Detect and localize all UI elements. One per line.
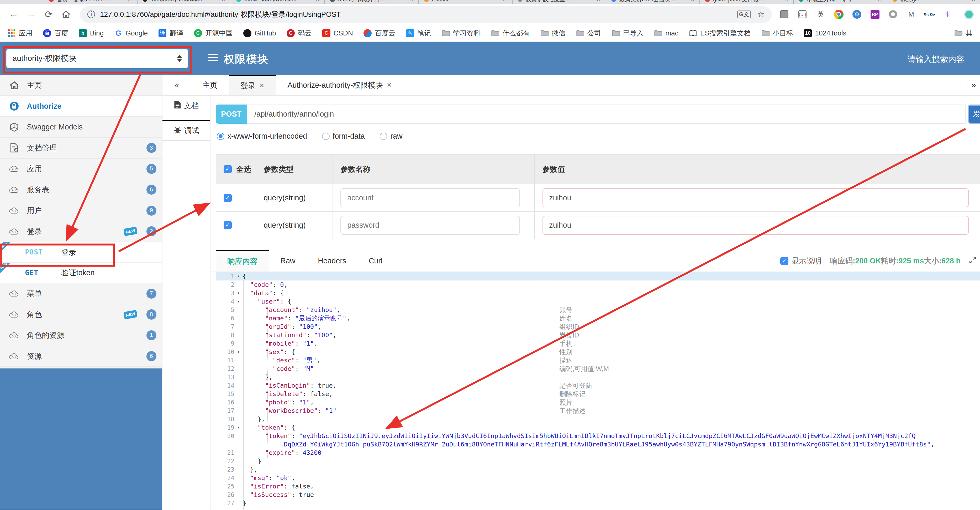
chrome-extension-icon[interactable] <box>832 8 845 21</box>
chevron-m-extension-icon[interactable]: M <box>905 8 918 21</box>
tab-close-icon[interactable]: ✕ <box>315 0 320 2</box>
bookmark-item[interactable]: 应用 <box>8 29 33 38</box>
api-group-select[interactable]: authority-权限模块 <box>6 49 188 68</box>
sidebar-item-Authorize[interactable]: Authorize <box>0 96 162 117</box>
response-tab-Raw[interactable]: Raw <box>269 250 307 271</box>
sidebar-item-菜单[interactable]: API菜单7 <box>0 284 162 304</box>
sidebar-item-服务表[interactable]: API服务表6 <box>0 179 162 200</box>
tab-close-icon[interactable]: ✕ <box>784 0 788 2</box>
param-value-input[interactable]: zuihou <box>542 216 969 234</box>
subnav-文档[interactable]: 文档 <box>162 96 210 116</box>
sidebar-item-Swagger Models[interactable]: Swagger Models <box>0 117 162 138</box>
response-tab-Curl[interactable]: Curl <box>358 250 394 271</box>
browser-tab[interactable]: Temporary Interact...✕ <box>137 0 231 4</box>
fold-caret-icon[interactable]: ▾ <box>234 289 242 297</box>
tab-close-icon[interactable]: ✕ <box>409 0 413 2</box>
bookmark-item[interactable]: 小目标 <box>761 29 793 38</box>
tab-close-icon[interactable]: ✕ <box>690 0 694 2</box>
sidebar-item-角色的资源[interactable]: API角色的资源1 <box>0 325 162 346</box>
browser-tab[interactable]: 不能上外网 - 简书✕ <box>794 0 887 4</box>
fold-caret-icon[interactable]: ▾ <box>234 272 242 280</box>
tab-close-icon[interactable]: ✕ <box>128 0 132 2</box>
menu-icon[interactable] <box>208 54 218 63</box>
fold-caret-icon[interactable]: ▾ <box>234 348 242 356</box>
browser-tab[interactable]: http://外网呢不行...✕ <box>325 0 418 4</box>
response-tab-Headers[interactable]: Headers <box>307 250 358 271</box>
doc-tab-Authorize-authority-权限模块[interactable]: Authorize-authority-权限模块✕ <box>276 75 403 95</box>
param-checkbox[interactable]: ✓ <box>224 221 232 229</box>
subnav-调试[interactable]: 调试 <box>162 120 210 141</box>
sidebar-item-角色[interactable]: API角色NEW8 <box>0 304 162 325</box>
tab-close-icon[interactable]: ✕ <box>597 0 601 2</box>
fold-caret-icon[interactable]: ▾ <box>234 297 242 306</box>
tab-close-icon[interactable]: ✕ <box>503 0 507 2</box>
bookmark-star-icon[interactable]: ☆ <box>757 10 765 19</box>
bookmark-item[interactable]: 微信 <box>540 29 565 38</box>
bookmark-item[interactable]: ✎笔记 <box>406 29 431 38</box>
param-name-input[interactable]: password <box>340 216 520 234</box>
reload-icon[interactable]: ⟳ <box>41 9 56 20</box>
bookmark-item[interactable]: GGoogle <box>115 29 148 37</box>
sidebar-item-应用[interactable]: API应用5 <box>0 159 162 180</box>
doc-tab-主页[interactable]: 主页 <box>191 75 229 95</box>
body-type-radio-form-data[interactable]: form-data <box>322 132 365 140</box>
expand-tabs-icon[interactable]: » <box>967 75 980 95</box>
doc-tab-登录[interactable]: 登录✕ <box>229 75 276 95</box>
param-value-input[interactable]: zuihou <box>542 188 969 207</box>
sidebar-item-资源[interactable]: API资源6 <box>0 346 162 367</box>
sidebar-endpoint-post[interactable]: NEWPOST登录 <box>0 242 162 263</box>
bookmark-item[interactable]: 101024Tools <box>804 29 846 37</box>
octotree-extension-icon[interactable] <box>887 8 899 21</box>
endpoint-path-input[interactable]: /api/authority/anno/login <box>247 105 966 124</box>
rp-extension-icon[interactable]: RP <box>869 8 881 21</box>
response-tab-响应内容[interactable]: 响应内容 <box>216 250 269 271</box>
fold-caret-icon[interactable]: ▾ <box>234 423 242 432</box>
bookmark-item[interactable]: 学习资料 <box>442 29 480 38</box>
bookmark-item[interactable]: 什么都有 <box>491 29 530 38</box>
bookmark-item[interactable]: 译翻译 <box>159 29 183 38</box>
bookmark-item[interactable]: 公司 <box>576 29 601 38</box>
translate-en-extension-icon[interactable]: 英 <box>815 8 827 21</box>
bookmark-item[interactable]: 已导入 <box>612 29 644 38</box>
sidebar-item-主页[interactable]: 主页 <box>0 75 162 96</box>
bookmark-item[interactable]: 百百度 <box>43 29 68 38</box>
page-info-icon[interactable]: i <box>88 11 95 18</box>
bookmark-item[interactable]: GitHub <box>243 29 276 37</box>
browser-tab[interactable]: gitlab push 文件报...✕ <box>700 0 794 4</box>
header-search-input[interactable]: 请输入搜索内容 <box>908 54 964 65</box>
close-tab-icon[interactable]: ✕ <box>259 82 264 89</box>
select-all-checkbox[interactable]: ✓ <box>224 165 232 173</box>
bookmark-item[interactable]: mac <box>654 29 678 37</box>
bookmark-item[interactable]: CCSDN <box>322 29 353 37</box>
send-button[interactable]: 发送 <box>968 105 980 124</box>
tab-close-icon[interactable]: ✕ <box>878 0 882 2</box>
back-icon[interactable]: ← <box>6 9 21 20</box>
param-checkbox[interactable]: ✓ <box>224 194 232 202</box>
url-text[interactable]: 127.0.0.1:8760/api/gate/doc.html#/author… <box>100 10 341 19</box>
sidebar-item-用户[interactable]: API用户9 <box>0 200 162 222</box>
sidebar-endpoint-get[interactable]: NEWGET验证token <box>0 263 162 284</box>
asterisk-extension-icon[interactable]: ✳ <box>941 8 954 21</box>
browser-tab[interactable]: Luna - JumpServer...✕ <box>231 0 325 4</box>
body-type-radio-x-www-form-urlencoded[interactable]: x-www-form-urlencoded <box>217 132 307 140</box>
gitzip-extension-icon[interactable]: Git Zip <box>923 8 935 21</box>
sidebar-item-文档管理[interactable]: 文档管理3 <box>0 138 162 159</box>
bookmark-item[interactable]: bBing <box>79 29 104 37</box>
bookmark-item[interactable]: ES搜索引擎文档 <box>689 29 751 38</box>
collapse-sidebar-icon[interactable]: « <box>162 75 191 95</box>
bookmark-item[interactable]: 其 <box>954 29 972 38</box>
browser-tab[interactable]: 设置参数维度重...✕ <box>512 0 606 4</box>
body-type-radio-raw[interactable]: raw <box>380 132 402 140</box>
browser-tab[interactable]: Flosco✕ <box>418 0 512 4</box>
tab-close-icon[interactable]: ✕ <box>221 0 226 2</box>
bookmark-item[interactable]: G码云 <box>286 29 312 38</box>
browser-tab[interactable]: 最新免费SSR公益机...✕ <box>606 0 700 4</box>
translate-icon[interactable]: G文 <box>737 11 751 18</box>
screenshot-extension-icon[interactable] <box>778 8 791 21</box>
show-description-checkbox[interactable]: ✓ <box>780 257 788 265</box>
bookmark-item[interactable]: 百度云 <box>363 29 395 38</box>
profile-avatar[interactable] <box>964 10 974 19</box>
browser-tab[interactable]: 解决gi...✕ <box>887 0 980 4</box>
forward-icon[interactable]: → <box>24 9 38 20</box>
url-bar[interactable]: i 127.0.0.1:8760/api/gate/doc.html#/auth… <box>80 6 772 22</box>
